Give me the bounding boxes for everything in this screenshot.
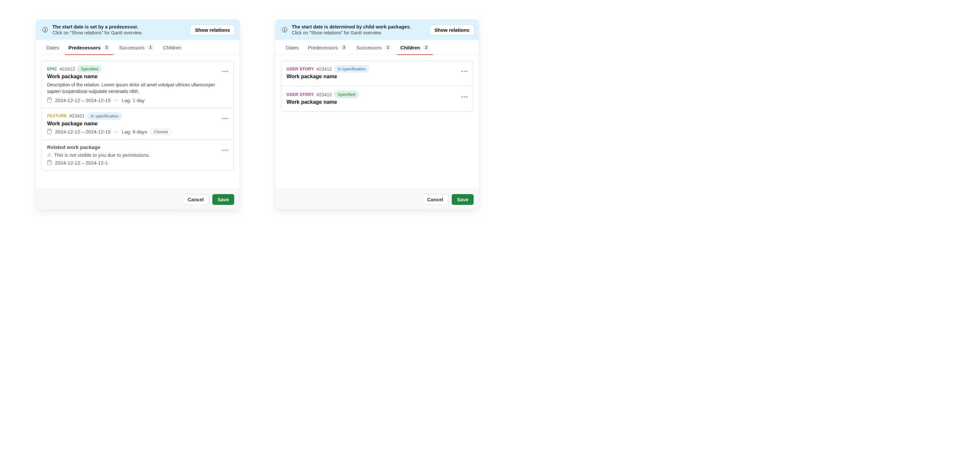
cancel-button[interactable]: Cancel [183, 194, 209, 205]
relation-description: Description of the relation. Lorem ipsum… [47, 81, 228, 95]
banner-message: The start date is set by a predecessor. … [52, 24, 186, 35]
save-button[interactable]: Save [212, 194, 234, 205]
calendar-icon [47, 129, 52, 134]
date-range: 2024-12-12 – 2024-12-15 [55, 129, 111, 134]
lag-arrow-icon: ↔ [114, 129, 118, 134]
date-range: 2024-12-12 – 2024-12-15 [55, 97, 111, 103]
more-actions-icon[interactable] [221, 147, 229, 153]
status-pill: In specification [334, 65, 369, 72]
tab-count: 1 [384, 45, 391, 50]
lag-text: Lag: 1 day [122, 97, 145, 103]
lag-text: Lag: 8 days [122, 129, 147, 134]
tab-count: 3 [340, 45, 347, 50]
banner-subtitle: Click on "Show relations" for Gantt over… [292, 30, 425, 35]
panel-predecessors: The start date is set by a predecessor. … [36, 20, 239, 209]
more-actions-icon[interactable] [461, 94, 468, 100]
more-actions-icon[interactable] [461, 68, 468, 75]
tab-children[interactable]: Children2 [397, 40, 433, 55]
child-card: USER STORY #23412 Specified Work package… [281, 86, 473, 112]
permission-message: This is not visible to you due to permis… [54, 152, 150, 158]
panel-body: EPIC #23412 Specified Work package name … [36, 55, 239, 189]
wp-name: Work package name [286, 99, 468, 105]
tab-children[interactable]: Children [160, 40, 185, 55]
tab-successors[interactable]: Successors1 [116, 40, 157, 55]
type-badge: EPIC [47, 67, 57, 71]
child-card: USER STORY #23412 In specification Work … [281, 61, 473, 86]
warning-icon: ⚠ [47, 152, 51, 158]
calendar-icon [47, 98, 52, 102]
save-button[interactable]: Save [452, 194, 474, 205]
banner: The start date is set by a predecessor. … [36, 20, 239, 40]
tab-successors[interactable]: Successors1 [353, 40, 395, 55]
status-pill: In specification [88, 113, 122, 120]
panel-footer: Cancel Save [36, 189, 239, 209]
predecessor-list: EPIC #23412 Specified Work package name … [41, 61, 234, 171]
type-badge: FEATURE [47, 113, 67, 118]
wp-name: Work package name [47, 73, 228, 80]
wp-id: #23412 [59, 67, 75, 72]
wp-name: Work package name [286, 73, 468, 80]
panel-body: USER STORY #23412 In specification Work … [275, 55, 479, 189]
predecessor-card: FEATURE #23421 In specification Work pac… [42, 108, 234, 140]
panel-footer: Cancel Save [275, 189, 479, 209]
banner: The start date is determined by child wo… [275, 20, 479, 40]
predecessor-card-hidden: Related work package ⚠ This is not visib… [42, 140, 234, 170]
banner-title: The start date is set by a predecessor. [52, 24, 186, 29]
type-badge: USER STORY [286, 92, 314, 97]
tabs: Dates Predecessors3 Successors1 Children… [275, 40, 479, 55]
lag-arrow-icon: ↔ [114, 97, 118, 103]
tab-predecessors[interactable]: Predecessors3 [304, 40, 350, 55]
info-icon [282, 27, 287, 32]
more-actions-icon[interactable] [221, 115, 229, 122]
tab-count: 3 [103, 45, 110, 50]
type-badge: USER STORY [286, 67, 314, 71]
related-wp-title: Related work package [47, 144, 228, 150]
banner-message: The start date is determined by child wo… [292, 24, 425, 35]
tab-dates[interactable]: Dates [43, 40, 62, 55]
banner-title: The start date is determined by child wo… [292, 24, 425, 29]
predecessor-card: EPIC #23412 Specified Work package name … [42, 61, 234, 108]
tab-count: 1 [147, 45, 154, 50]
calendar-icon [47, 160, 52, 165]
tab-count: 2 [423, 45, 430, 50]
tab-dates[interactable]: Dates [283, 40, 302, 55]
status-pill: Specified [78, 65, 102, 72]
more-actions-icon[interactable] [221, 68, 229, 75]
show-relations-button[interactable]: Show relations [430, 24, 474, 35]
wp-id: #23412 [317, 67, 332, 72]
banner-subtitle: Click on "Show relations" for Gantt over… [52, 30, 186, 35]
panel-children: The start date is determined by child wo… [275, 20, 479, 209]
wp-id: #23421 [69, 113, 85, 118]
status-pill: Specified [334, 91, 358, 98]
tabs: Dates Predecessors3 Successors1 Children [36, 40, 239, 55]
wp-name: Work package name [47, 121, 228, 127]
show-relations-button[interactable]: Show relations [190, 24, 235, 35]
date-range: 2024-12-12 – 2024-12-1 [55, 160, 108, 166]
children-list: USER STORY #23412 In specification Work … [281, 61, 473, 112]
closest-chip: Closest [151, 129, 171, 135]
wp-id: #23412 [317, 92, 332, 97]
info-icon [43, 27, 48, 32]
cancel-button[interactable]: Cancel [422, 194, 449, 205]
tab-predecessors[interactable]: Predecessors3 [65, 40, 113, 55]
